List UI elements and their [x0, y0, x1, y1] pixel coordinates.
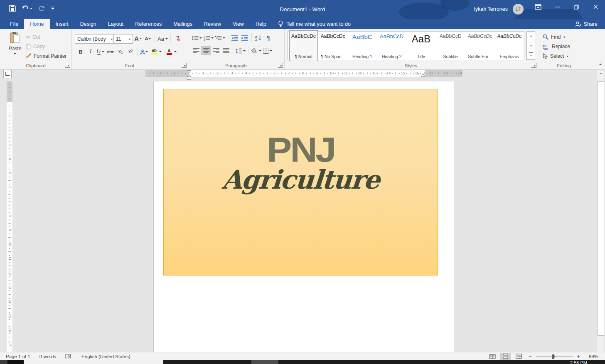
shading-button[interactable] — [250, 46, 262, 55]
italic-button[interactable]: I — [86, 47, 96, 56]
tab-review[interactable]: Review — [198, 19, 227, 29]
taskbar-search-box[interactable] — [24, 360, 163, 364]
style-heading2[interactable]: AaBbCcD Heading 2 — [377, 30, 406, 61]
align-left-button[interactable] — [191, 46, 201, 55]
tab-home[interactable]: Home — [24, 19, 49, 29]
zoom-percent[interactable]: 89% — [584, 354, 598, 359]
restore-button[interactable] — [567, 0, 586, 14]
scrollbar-thumb[interactable] — [598, 81, 604, 336]
word-count[interactable]: 0 words — [39, 354, 56, 359]
taskbar-active-app[interactable] — [251, 360, 278, 364]
close-button[interactable] — [586, 0, 605, 14]
show-formatting-button[interactable]: ¶ — [263, 33, 273, 42]
customize-qat-button[interactable] — [51, 6, 55, 10]
find-button[interactable]: Find — [543, 32, 566, 42]
taskbar-clock[interactable]: 2:55 PM — [570, 360, 587, 364]
scroll-up-button[interactable] — [597, 70, 604, 77]
tab-selector[interactable] — [3, 70, 12, 78]
document-image[interactable]: PNJ Agriculture — [163, 89, 438, 275]
styles-more-button[interactable] — [526, 50, 535, 60]
subscript-button[interactable]: x₂ — [116, 47, 125, 56]
hanging-indent-marker[interactable] — [187, 77, 191, 80]
sort-button[interactable]: AZ — [253, 33, 263, 42]
cut-button[interactable]: ✂ Cut — [26, 32, 40, 42]
bold-button[interactable]: B — [76, 47, 86, 56]
bullet-list-button[interactable] — [191, 33, 203, 42]
page-count[interactable]: Page 1 of 1 — [6, 354, 30, 359]
paste-button[interactable]: Paste — [5, 32, 25, 62]
vertical-ruler[interactable]: 11234567891011121314151617 — [7, 81, 12, 352]
styles-dialog-launcher[interactable] — [531, 63, 536, 68]
undo-button[interactable] — [22, 5, 32, 12]
style-emphasis[interactable]: AaBbCcDc Emphasis — [495, 30, 524, 61]
underline-button[interactable]: U — [96, 47, 106, 56]
styles-scroll-up-button[interactable] — [526, 31, 535, 41]
text-highlight-button[interactable]: ab — [149, 47, 159, 56]
decrease-indent-button[interactable] — [230, 33, 240, 42]
text-effects-button[interactable]: A — [139, 47, 149, 56]
style-heading1[interactable]: AaBbC Heading 1 — [348, 30, 377, 61]
font-name-combo[interactable]: Calibri (Body — [75, 34, 115, 44]
web-layout-button[interactable] — [514, 353, 524, 360]
minimize-button[interactable] — [548, 0, 567, 14]
style-title[interactable]: AaB Title — [407, 30, 435, 61]
zoom-out-button[interactable]: − — [527, 353, 534, 360]
font-color-dropdown[interactable] — [174, 51, 177, 54]
print-layout-button[interactable] — [500, 353, 511, 360]
tab-file[interactable]: File — [4, 19, 24, 29]
format-painter-button[interactable]: Format Painter — [26, 52, 66, 61]
horizontal-ruler[interactable]: 2112345678910111213141516171819 — [145, 70, 462, 77]
paragraph-dialog-launcher[interactable] — [278, 63, 283, 68]
zoom-in-button[interactable]: + — [575, 353, 582, 360]
avatar[interactable]: LT — [513, 4, 524, 15]
select-button[interactable]: Select — [543, 52, 569, 61]
read-mode-button[interactable] — [487, 353, 498, 360]
tab-mailings[interactable]: Mailings — [167, 19, 198, 29]
vertical-scrollbar[interactable] — [597, 70, 604, 352]
font-dialog-launcher[interactable] — [182, 63, 187, 68]
shrink-font-button[interactable]: A — [143, 34, 153, 43]
taskbar-start-segment[interactable] — [0, 360, 7, 364]
clipboard-dialog-launcher[interactable] — [65, 63, 70, 68]
clear-formatting-button[interactable] — [172, 34, 182, 43]
save-button[interactable] — [9, 5, 16, 12]
zoom-slider[interactable] — [536, 353, 573, 360]
font-size-combo[interactable]: 11 — [113, 34, 133, 44]
account-block[interactable]: lykah Terrones LT — [474, 4, 524, 15]
style-subtle-emphasis[interactable]: AaBbCcDc Subtle Em... — [466, 30, 494, 61]
tab-insert[interactable]: Insert — [50, 19, 74, 29]
justify-button[interactable] — [221, 46, 231, 55]
borders-button[interactable] — [262, 46, 273, 55]
text-highlight-dropdown[interactable] — [159, 51, 162, 54]
numbered-list-button[interactable]: 123 — [203, 33, 214, 42]
tell-me-box[interactable]: Tell me what you want to do — [278, 19, 351, 29]
language-status[interactable]: English (United States) — [81, 354, 130, 359]
zoom-slider-thumb[interactable] — [552, 354, 554, 359]
proofing-status[interactable] — [65, 354, 71, 359]
share-button[interactable]: Share — [575, 19, 598, 29]
styles-scroll-down-button[interactable] — [526, 41, 535, 51]
tab-references[interactable]: References — [129, 19, 167, 29]
style-no-spacing[interactable]: AaBbCcDc ¶ No Spac... — [319, 30, 347, 61]
change-case-button[interactable]: Aa — [157, 34, 169, 43]
grow-font-button[interactable]: A — [133, 34, 143, 43]
superscript-button[interactable]: x² — [125, 47, 135, 56]
font-color-button[interactable]: A — [164, 47, 174, 56]
document-page[interactable]: PNJ Agriculture — [154, 81, 454, 352]
replace-button[interactable]: abac Replace — [543, 42, 570, 51]
align-right-button[interactable] — [211, 46, 221, 55]
tab-help[interactable]: Help — [250, 19, 272, 29]
align-center-button[interactable] — [201, 46, 211, 55]
tab-view[interactable]: View — [227, 19, 250, 29]
line-spacing-button[interactable] — [235, 46, 246, 55]
ribbon-display-options-button[interactable] — [529, 0, 548, 14]
multilevel-list-button[interactable] — [214, 33, 226, 42]
tab-layout[interactable]: Layout — [102, 19, 130, 29]
right-indent-marker[interactable] — [421, 73, 425, 77]
strikethrough-button[interactable]: abc — [106, 47, 116, 56]
collapse-ribbon-button[interactable] — [599, 62, 602, 68]
increase-indent-button[interactable] — [240, 33, 250, 42]
paste-dropdown[interactable] — [14, 53, 16, 56]
tab-design[interactable]: Design — [74, 19, 102, 29]
redo-button[interactable] — [38, 5, 45, 12]
